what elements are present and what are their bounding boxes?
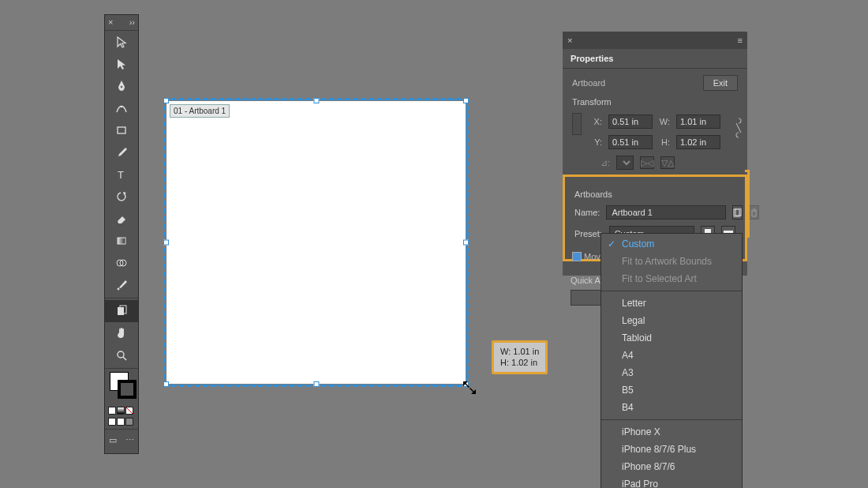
draw-normal-icon[interactable]: [108, 418, 116, 426]
preset-option: Fit to Selected Art: [601, 270, 742, 287]
preset-option[interactable]: A4: [601, 347, 742, 364]
flip-horizontal-icon[interactable]: ▷◁: [640, 156, 654, 169]
artboards-title: Artboards: [574, 190, 735, 199]
flip-vertical-icon[interactable]: ▽△: [660, 156, 675, 169]
resize-handle[interactable]: [163, 240, 169, 246]
close-icon[interactable]: ×: [108, 18, 113, 27]
draw-inside-icon[interactable]: [125, 418, 133, 426]
resize-handle[interactable]: [463, 381, 469, 387]
draw-mode-row[interactable]: [105, 416, 138, 427]
artboard-tool[interactable]: [105, 300, 138, 322]
h-input[interactable]: [676, 135, 720, 149]
preset-option[interactable]: B4: [601, 399, 742, 416]
selection-tool[interactable]: [105, 31, 138, 53]
svg-point-1: [121, 106, 123, 108]
svg-text:T: T: [118, 169, 124, 181]
rectangle-tool[interactable]: [105, 119, 138, 141]
artboard[interactable]: 01 - Artboard 1: [166, 101, 466, 384]
name-label: Name:: [574, 208, 600, 217]
screen-mode-icon[interactable]: ▭: [109, 435, 117, 445]
x-input[interactable]: [608, 114, 653, 129]
direct-selection-tool[interactable]: [105, 53, 138, 75]
preset-option[interactable]: A3: [601, 364, 742, 381]
preset-option[interactable]: iPhone 8/7/6: [601, 458, 742, 475]
type-tool[interactable]: T: [105, 163, 138, 186]
exit-button[interactable]: Exit: [703, 75, 738, 91]
svg-rect-2: [118, 127, 125, 133]
paintbrush-tool[interactable]: [105, 141, 138, 163]
preset-option[interactable]: iPhone 8/7/6 Plus: [601, 441, 742, 458]
delete-artboard-icon: [749, 205, 759, 220]
eyedropper-tool[interactable]: [105, 274, 138, 296]
resize-cursor-icon: [462, 381, 477, 395]
y-input[interactable]: [608, 135, 653, 149]
dimension-badge: W: 1.01 in H: 1.02 in: [492, 340, 548, 374]
new-artboard-icon[interactable]: [732, 205, 743, 220]
close-icon[interactable]: ×: [567, 36, 572, 45]
none-color-icon[interactable]: [125, 407, 133, 415]
fill-stroke-swatch[interactable]: [105, 370, 138, 405]
preset-option[interactable]: B5: [601, 381, 742, 399]
highlight-annotation: [745, 170, 750, 238]
svg-point-7: [118, 288, 120, 291]
svg-rect-4: [118, 238, 125, 244]
svg-point-0: [121, 86, 122, 88]
object-type-label: Artboard: [572, 78, 605, 88]
x-label: X:: [591, 117, 602, 126]
edit-toolbar-icon[interactable]: ⋯: [125, 435, 134, 445]
tool-panel-footer: ▭ ⋯: [105, 431, 138, 449]
tool-panel: × ›› T ▭ ⋯: [104, 14, 139, 454]
gradient-icon[interactable]: [117, 407, 125, 415]
resize-handle[interactable]: [163, 381, 169, 387]
gradient-tool[interactable]: [105, 230, 138, 252]
w-label: W:: [659, 117, 670, 126]
preset-label: Preset:: [574, 229, 603, 238]
preset-option: Fit to Artwork Bounds: [601, 253, 742, 270]
panel-header[interactable]: × ≡: [563, 32, 747, 49]
panel-title: Properties: [563, 49, 747, 69]
zoom-tool[interactable]: [105, 344, 138, 366]
eraser-tool[interactable]: [105, 208, 138, 230]
color-mode-row[interactable]: [105, 405, 138, 416]
hand-tool[interactable]: [105, 322, 138, 344]
preset-option[interactable]: iPad Pro: [601, 475, 742, 488]
y-label: Y:: [591, 137, 602, 147]
resize-handle[interactable]: [313, 98, 319, 103]
resize-handle[interactable]: [163, 98, 169, 103]
preset-option[interactable]: iPhone X: [601, 423, 742, 441]
solid-color-icon[interactable]: [108, 407, 116, 415]
tool-panel-header[interactable]: × ››: [105, 15, 138, 31]
stroke-swatch[interactable]: [118, 380, 137, 399]
angle-label: ⊿:: [600, 158, 610, 168]
canvas[interactable]: 01 - Artboard 1: [166, 101, 466, 384]
artboard-label: 01 - Artboard 1: [170, 104, 230, 118]
svg-line-11: [123, 357, 126, 360]
preset-option[interactable]: Custom: [601, 235, 742, 253]
pen-tool[interactable]: [105, 75, 138, 97]
artboard-name-input[interactable]: [606, 205, 726, 220]
constrain-proportions-icon[interactable]: [733, 113, 744, 143]
svg-point-10: [118, 351, 124, 358]
collapse-icon[interactable]: ››: [129, 18, 135, 27]
resize-handle[interactable]: [313, 381, 319, 387]
angle-select[interactable]: [616, 156, 634, 170]
rotate-tool[interactable]: [105, 186, 138, 208]
w-input[interactable]: [676, 114, 720, 129]
h-label: H:: [659, 137, 670, 147]
curvature-tool[interactable]: [105, 97, 138, 119]
preset-option[interactable]: Legal: [601, 312, 742, 329]
preset-option[interactable]: Letter: [601, 295, 742, 312]
panel-menu-icon[interactable]: ≡: [738, 36, 743, 45]
preset-option[interactable]: Tabloid: [601, 329, 742, 347]
shape-builder-tool[interactable]: [105, 252, 138, 274]
transform-section-title: Transform: [572, 97, 738, 107]
draw-behind-icon[interactable]: [117, 418, 125, 426]
resize-handle[interactable]: [463, 240, 469, 246]
reference-point-grid[interactable]: [572, 113, 582, 135]
resize-handle[interactable]: [463, 98, 469, 103]
preset-dropdown-menu[interactable]: CustomFit to Artwork BoundsFit to Select…: [600, 233, 743, 488]
